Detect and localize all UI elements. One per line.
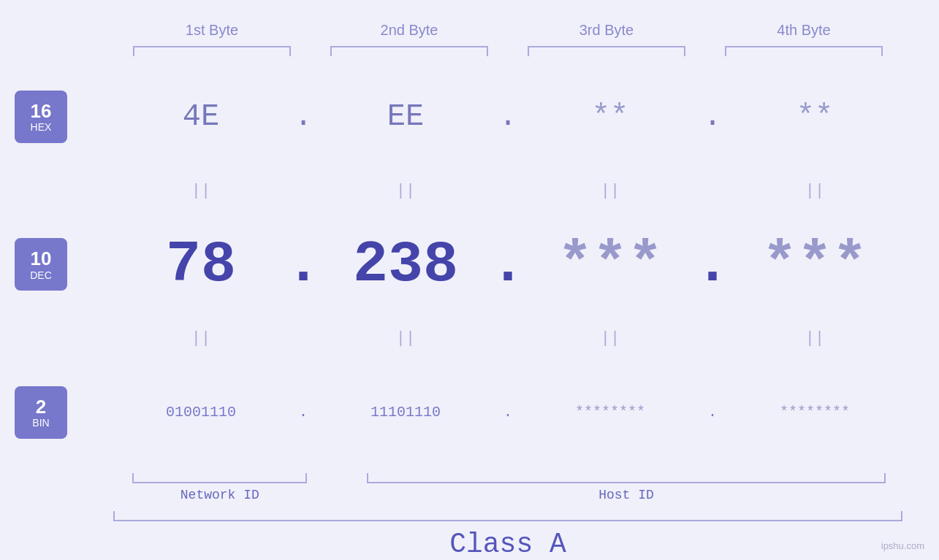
hex-badge-label: HEX: [31, 121, 52, 133]
host-bracket: [367, 473, 886, 483]
bin-dot-icon-3: .: [708, 404, 717, 421]
bin-byte-4: ********: [727, 404, 902, 421]
eq-2-3: ||: [522, 329, 698, 348]
bin-val-4: ********: [780, 404, 850, 421]
dec-val-1: 78: [166, 231, 236, 298]
eq-1-1: ||: [113, 182, 289, 200]
dec-dot-icon-1: .: [286, 231, 321, 298]
byte-3-header: 3rd Byte: [508, 22, 705, 39]
dec-dot-icon-2: .: [490, 231, 525, 298]
dec-badge-label: DEC: [30, 269, 52, 281]
main-rows: 16 HEX 4E . EE . ** .: [0, 58, 939, 472]
bin-badge: 2 BIN: [15, 386, 67, 439]
network-id-label: Network ID: [113, 488, 327, 502]
equals-row-1: || || || ||: [113, 176, 902, 205]
bracket-top-3: [528, 46, 685, 56]
dec-dot-1: .: [289, 231, 318, 298]
bin-val-3: ********: [575, 404, 645, 421]
bracket-cell-3: [508, 45, 705, 58]
hex-byte-1: 4E: [113, 99, 289, 134]
dec-byte-2: 238: [318, 231, 493, 298]
dec-val-3: ***: [558, 231, 663, 298]
dec-byte-4: ***: [727, 231, 902, 298]
dec-val-2: 238: [353, 231, 458, 298]
dec-val-4: ***: [762, 231, 867, 298]
bin-badge-label: BIN: [32, 417, 49, 429]
bin-byte-3: ********: [522, 404, 698, 421]
bin-dot-icon-1: .: [299, 404, 308, 421]
host-bracket-container: [350, 473, 902, 483]
bottom-brackets: [0, 473, 939, 483]
bin-row: 2 BIN 01001110 . 11101110 . ********: [113, 353, 902, 472]
hex-byte-4: **: [727, 99, 902, 134]
eq-1-4: ||: [727, 182, 902, 200]
hex-dot-icon-1: .: [294, 99, 312, 134]
hex-dot-1: .: [289, 99, 318, 134]
hex-val-1: 4E: [183, 99, 219, 134]
dec-dot-icon-3: .: [695, 231, 730, 298]
bin-dot-1: .: [289, 404, 318, 421]
eq-2-2: ||: [318, 329, 493, 348]
byte-2-header: 2nd Byte: [311, 22, 508, 39]
main-container: 1st Byte 2nd Byte 3rd Byte 4th Byte 16 H…: [0, 0, 939, 560]
rows-area: 16 HEX 4E . EE . ** .: [113, 58, 902, 472]
bin-val-1: 01001110: [166, 404, 236, 421]
host-id-label: Host ID: [350, 488, 902, 502]
eq-2-1: ||: [113, 329, 289, 348]
equals-row-2: || || || ||: [113, 324, 902, 353]
hex-dot-3: .: [698, 99, 727, 134]
bin-val-2: 11101110: [370, 404, 441, 421]
class-row: Class A: [0, 529, 939, 560]
hex-byte-3: **: [522, 99, 698, 134]
bin-badge-num: 2: [36, 396, 46, 418]
dec-dot-3: .: [698, 231, 727, 298]
full-bottom-bracket-row: [0, 511, 939, 521]
hex-byte-2: EE: [318, 99, 493, 134]
bracket-cell-1: [113, 45, 311, 58]
bin-dot-2: .: [493, 404, 522, 421]
eq-1-2: ||: [318, 182, 493, 200]
hex-val-2: EE: [387, 99, 424, 134]
bin-dot-icon-2: .: [503, 404, 512, 421]
hex-row: 16 HEX 4E . EE . ** .: [113, 58, 902, 176]
bin-dot-3: .: [698, 404, 727, 421]
class-label: Class A: [113, 529, 902, 560]
bracket-cell-4: [705, 45, 902, 58]
watermark: ipshu.com: [881, 540, 924, 551]
dec-byte-1: 78: [113, 231, 289, 298]
network-bracket: [132, 473, 307, 483]
labels-spacer: [327, 488, 350, 502]
hex-badge-num: 16: [31, 101, 52, 122]
labels-row: Network ID Host ID: [0, 488, 939, 502]
bracket-top-2: [330, 46, 488, 56]
dec-row: 10 DEC 78 . 238 . ***: [113, 205, 902, 323]
hex-dot-icon-2: .: [498, 99, 517, 134]
bracket-spacer: [327, 473, 350, 483]
byte-1-header: 1st Byte: [113, 22, 311, 39]
hex-val-4: **: [797, 99, 833, 134]
top-brackets: [0, 45, 939, 58]
eq-2-4: ||: [727, 329, 902, 348]
bracket-top-4: [725, 46, 883, 56]
bin-byte-1: 01001110: [113, 404, 289, 421]
hex-val-3: **: [592, 99, 628, 134]
dec-dot-2: .: [493, 231, 522, 298]
network-bracket-container: [113, 473, 327, 483]
byte-4-header: 4th Byte: [705, 22, 902, 39]
dec-badge: 10 DEC: [15, 238, 67, 291]
hex-badge: 16 HEX: [15, 91, 67, 143]
bracket-cell-2: [311, 45, 508, 58]
hex-dot-icon-3: .: [703, 99, 721, 134]
byte-headers: 1st Byte 2nd Byte 3rd Byte 4th Byte: [0, 22, 939, 39]
dec-byte-3: ***: [522, 231, 698, 298]
bracket-top-1: [133, 46, 291, 56]
eq-1-3: ||: [522, 182, 698, 200]
dec-badge-num: 10: [31, 248, 52, 269]
bin-byte-2: 11101110: [318, 404, 493, 421]
hex-dot-2: .: [493, 99, 522, 134]
full-bottom-bracket: [113, 511, 902, 521]
